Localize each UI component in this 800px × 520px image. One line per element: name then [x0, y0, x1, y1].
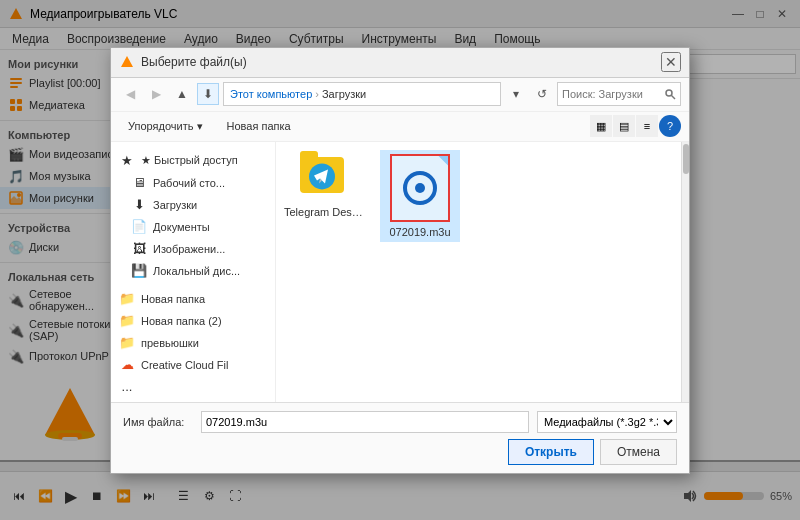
nav-refresh-button[interactable]: ↺	[531, 83, 553, 105]
view-tiles-button[interactable]: ▦	[590, 115, 612, 137]
creative-cloud-label: Creative Cloud Fil	[141, 359, 228, 371]
m3u-file-wrapper: ✓	[390, 154, 450, 222]
downloads-label: Загрузки	[153, 199, 197, 211]
breadcrumb-current: Загрузки	[322, 88, 366, 100]
dialog-toolbar: ◀ ▶ ▲ ⬇ Этот компьютер › Загрузки ▾ ↺	[111, 78, 689, 112]
dialog-title-text: Выберите файл(ы)	[141, 55, 247, 69]
breadcrumb-bar: Этот компьютер › Загрузки	[223, 82, 501, 106]
dialog-left-nav: ★ ★ Быстрый доступ 🖥 Рабочий сто... ⬇ За…	[111, 142, 276, 402]
nav-download-button[interactable]: ⬇	[197, 83, 219, 105]
nav-item-new-folder-2[interactable]: 📁 Новая папка (2)	[111, 310, 275, 332]
nav-item-quick-access[interactable]: ★ ★ Быстрый доступ	[111, 150, 275, 172]
nav-back-button[interactable]: ◀	[119, 83, 141, 105]
organize-button[interactable]: Упорядочить ▾	[119, 115, 212, 137]
breadcrumb-sep: ›	[315, 88, 319, 100]
folder-icon-2: 📁	[119, 313, 135, 329]
search-field-container	[557, 82, 681, 106]
dialog-title-bar: Выберите файл(ы) ✕	[111, 48, 689, 78]
dialog-action-bar: Упорядочить ▾ Новая папка ▦ ▤ ≡ ?	[111, 112, 689, 142]
folder-icon-3: 📁	[119, 335, 135, 351]
quick-access-label: ★ Быстрый доступ	[141, 154, 238, 167]
new-folder-2-label: Новая папка (2)	[141, 315, 222, 327]
filename-label: Имя файла:	[123, 416, 193, 428]
open-button[interactable]: Открыть	[508, 439, 594, 465]
nav-item-pictures[interactable]: 🖼 Изображени...	[111, 238, 275, 260]
cancel-button[interactable]: Отмена	[600, 439, 677, 465]
filetype-select[interactable]: Медиафайлы (*.3g2 *.3gp *.3s...	[537, 411, 677, 433]
dialog-vlc-icon	[119, 54, 135, 70]
previews-label: превьюшки	[141, 337, 199, 349]
dialog-file-pane: Telegram Desktop ✓	[276, 142, 681, 402]
quick-access-icon: ★	[119, 153, 135, 169]
m3u-file-label: 072019.m3u	[389, 226, 450, 238]
dialog-buttons-row: Открыть Отмена	[123, 439, 677, 465]
nav-item-new-folder-1[interactable]: 📁 Новая папка	[111, 288, 275, 310]
nav-item-downloads[interactable]: ⬇ Загрузки	[111, 194, 275, 216]
telegram-folder-shape	[300, 157, 348, 199]
nav-forward-button[interactable]: ▶	[145, 83, 167, 105]
pictures-nav-label: Изображени...	[153, 243, 225, 255]
nav-item-local-disk[interactable]: 💾 Локальный дис...	[111, 260, 275, 282]
pictures-nav-icon: 🖼	[131, 241, 147, 257]
documents-label: Документы	[153, 221, 210, 233]
creative-cloud-icon: ☁	[119, 357, 135, 373]
telegram-folder-label: Telegram Desktop	[284, 206, 364, 218]
new-folder-1-label: Новая папка	[141, 293, 205, 305]
filename-input[interactable]	[201, 411, 529, 433]
telegram-folder-icon-wrap	[300, 154, 348, 202]
view-help-button[interactable]: ?	[659, 115, 681, 137]
dialog-body: ★ ★ Быстрый доступ 🖥 Рабочий сто... ⬇ За…	[111, 142, 689, 402]
dialog-scrollbar[interactable]	[681, 142, 689, 402]
breadcrumb-root[interactable]: Этот компьютер	[230, 88, 312, 100]
telegram-folder-item[interactable]: Telegram Desktop	[284, 150, 364, 242]
nav-item-creative-cloud[interactable]: ☁ Creative Cloud Fil	[111, 354, 275, 376]
nav-up-button[interactable]: ▲	[171, 83, 193, 105]
documents-icon: 📄	[131, 219, 147, 235]
telegram-logo-icon	[308, 162, 336, 190]
other-icon: ...	[119, 379, 135, 395]
nav-item-other[interactable]: ...	[111, 376, 275, 398]
scroll-thumb	[683, 144, 689, 174]
dialog-close-button[interactable]: ✕	[661, 52, 681, 72]
nav-item-desktop[interactable]: 🖥 Рабочий сто...	[111, 172, 275, 194]
folder-icon-1: 📁	[119, 291, 135, 307]
view-details-button[interactable]: ≡	[636, 115, 658, 137]
desktop-label: Рабочий сто...	[153, 177, 225, 189]
svg-line-21	[671, 95, 675, 99]
dialog-overlay: Выберите файл(ы) ✕ ◀ ▶ ▲ ⬇ Этот компьюте…	[0, 0, 800, 520]
dialog-search-input[interactable]	[562, 88, 662, 100]
local-disk-label: Локальный дис...	[153, 265, 240, 277]
telegram-folder-bg	[300, 157, 344, 193]
nav-item-documents[interactable]: 📄 Документы	[111, 216, 275, 238]
dialog-bottom: Имя файла: Медиафайлы (*.3g2 *.3gp *.3s.…	[111, 402, 689, 473]
local-disk-icon: 💾	[131, 263, 147, 279]
dialog-search-icon	[664, 88, 676, 100]
file-open-dialog: Выберите файл(ы) ✕ ◀ ▶ ▲ ⬇ Этот компьюте…	[110, 47, 690, 474]
view-icons: ▦ ▤ ≡ ?	[590, 115, 681, 137]
new-folder-button[interactable]: Новая папка	[218, 115, 300, 137]
dialog-title-content: Выберите файл(ы)	[119, 54, 247, 70]
desktop-icon: 🖥	[131, 175, 147, 191]
nav-item-previews[interactable]: 📁 превьюшки	[111, 332, 275, 354]
view-list-button[interactable]: ▤	[613, 115, 635, 137]
svg-marker-19	[121, 56, 133, 67]
dialog-filename-row: Имя файла: Медиафайлы (*.3g2 *.3gp *.3s.…	[123, 411, 677, 433]
breadcrumb-dropdown-button[interactable]: ▾	[505, 83, 527, 105]
m3u-selection-border	[390, 154, 450, 222]
downloads-icon: ⬇	[131, 197, 147, 213]
m3u-file-item[interactable]: ✓ 072019.m3u	[380, 150, 460, 242]
